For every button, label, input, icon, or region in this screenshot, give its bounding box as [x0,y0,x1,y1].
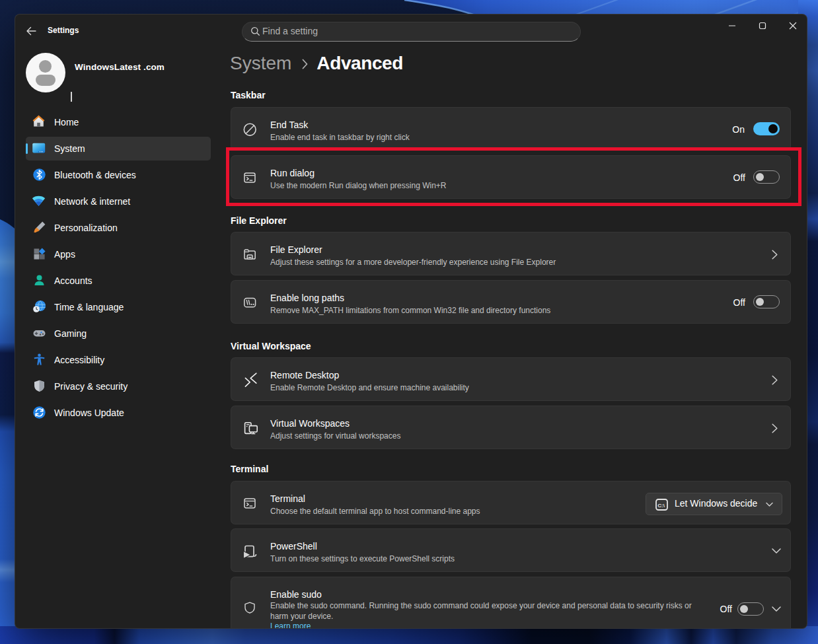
svg-text:C:\: C:\ [657,503,665,509]
